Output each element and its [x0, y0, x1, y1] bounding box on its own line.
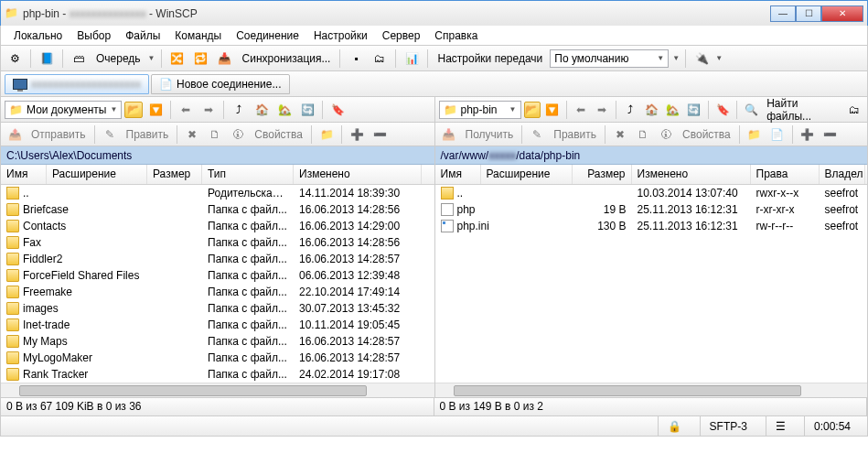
left-plus-icon[interactable]: ➕	[347, 124, 367, 145]
table-row[interactable]: FreemakeПапка с файл...22.10.2014 17:49:…	[1, 284, 434, 300]
terminal-icon[interactable]: ▪	[346, 49, 366, 69]
queue-dropdown[interactable]: ▼	[148, 54, 155, 62]
find-icon[interactable]: 🔍	[742, 100, 760, 120]
right-rows[interactable]: ..10.03.2014 13:07:40rwxr-x--xseefrotphp…	[435, 185, 868, 383]
right-edit-icon[interactable]: ✎	[527, 124, 547, 145]
sync-browse-icon[interactable]: 🔁	[191, 49, 211, 69]
table-row[interactable]: php.ini130 B25.11.2013 16:12:31rw-r--r--…	[435, 218, 868, 234]
sync-icon[interactable]: 📥	[215, 49, 235, 69]
right-edit-label[interactable]: Править	[550, 128, 600, 141]
left-newfolder-icon[interactable]: 📁	[316, 124, 337, 145]
left-del-icon[interactable]: ✖	[182, 124, 202, 145]
col-name[interactable]: Имя	[1, 165, 47, 184]
options-icon[interactable]	[5, 49, 25, 69]
table-row[interactable]: FaxПапка с файл...16.06.2013 14:28:56	[1, 234, 434, 251]
left-rows[interactable]: ..Родительская ...14.11.2014 18:39:30Bri…	[1, 185, 434, 383]
right-newfile-icon[interactable]: 📄	[767, 124, 788, 145]
right-bookmark-icon[interactable]: 🔖	[713, 100, 732, 120]
table-row[interactable]: My MapsПапка с файл...16.06.2013 14:28:5…	[1, 333, 434, 350]
menu-files[interactable]: Файлы	[118, 27, 167, 44]
table-row[interactable]: ContactsПапка с файл...16.06.2013 14:29:…	[1, 218, 434, 234]
right-minus-icon[interactable]: ➖	[820, 124, 841, 145]
menu-commands[interactable]: Команды	[167, 27, 229, 44]
left-edit-icon[interactable]: ✎	[100, 124, 120, 145]
right-props-icon[interactable]: 🛈	[656, 124, 676, 145]
menu-select[interactable]: Выбор	[70, 27, 118, 44]
right-extra-icon[interactable]: 🗂	[845, 100, 863, 120]
col-type[interactable]: Тип	[202, 165, 294, 184]
left-refresh-icon[interactable]: 🔄	[297, 100, 317, 120]
new-session-tab[interactable]: 📄 Новое соединение...	[151, 74, 290, 94]
col-rights[interactable]: Права	[751, 165, 820, 184]
table-row[interactable]: Rank TrackerПапка с файл...24.02.2014 19…	[1, 366, 434, 383]
right-filter-icon[interactable]: 🔽	[543, 100, 562, 120]
right-root-icon[interactable]: 🏠	[642, 100, 660, 120]
col-owner[interactable]: Владел	[820, 165, 865, 184]
col-ext[interactable]: Расширение	[481, 165, 573, 184]
queue-icon[interactable]: 🗃	[69, 49, 89, 69]
refresh-connection-icon[interactable]: 🔌	[691, 49, 712, 69]
transfer-preset-combo[interactable]: По умолчанию▼	[550, 49, 669, 68]
right-plus-icon[interactable]: ➕	[798, 124, 818, 145]
get-label[interactable]: Получить	[462, 128, 518, 141]
right-open-icon[interactable]: 📂	[524, 102, 541, 118]
sync-label[interactable]: Синхронизация...	[239, 52, 335, 65]
right-fwd-icon[interactable]: ➡	[593, 100, 611, 120]
right-props-label[interactable]: Свойства	[679, 128, 734, 141]
left-props-icon[interactable]: 🛈	[228, 124, 248, 145]
menu-settings[interactable]: Настройки	[306, 27, 375, 44]
table-row[interactable]: ForceField Shared FilesПапка с файл...06…	[1, 267, 434, 284]
right-hscroll[interactable]	[435, 383, 868, 397]
right-drive-combo[interactable]: 📁 php-bin ▼	[439, 101, 521, 119]
transfer-preset-more[interactable]: ▼	[672, 54, 680, 62]
calc-icon[interactable]: 📊	[402, 49, 422, 69]
right-refresh-icon[interactable]: 🔄	[685, 100, 703, 120]
table-row[interactable]: Fiddler2Папка с файл...16.06.2013 14:28:…	[1, 251, 434, 267]
left-back-icon[interactable]: ⬅	[176, 100, 196, 120]
menu-local[interactable]: Локально	[6, 27, 70, 44]
right-back-icon[interactable]: ⬅	[572, 100, 590, 120]
send-icon[interactable]: 📤	[5, 124, 25, 145]
book-icon[interactable]: 📘	[37, 49, 57, 69]
menu-help[interactable]: Справка	[427, 27, 485, 44]
session-tab-active[interactable]: xxxxxxxxxxxxxxxxxxxx	[5, 74, 149, 94]
col-size[interactable]: Размер	[573, 165, 632, 184]
left-open-icon[interactable]: 📂	[124, 102, 143, 118]
explorer-icon[interactable]: 🗂	[370, 49, 390, 69]
send-label[interactable]: Отправить	[27, 128, 90, 141]
left-ren-icon[interactable]: 🗋	[205, 124, 225, 145]
right-del-icon[interactable]: ✖	[610, 124, 630, 145]
left-minus-icon[interactable]: ➖	[370, 124, 390, 145]
find-label[interactable]: Найти файлы...	[763, 97, 842, 123]
right-ren-icon[interactable]: 🗋	[633, 124, 653, 145]
left-hscroll[interactable]	[1, 383, 434, 397]
left-drive-combo[interactable]: 📁 Мои документы ▼	[5, 101, 122, 119]
col-name[interactable]: Имя	[435, 165, 481, 184]
left-up-icon[interactable]: ⤴	[229, 100, 249, 120]
table-row[interactable]: ..10.03.2014 13:07:40rwxr-x--xseefrot	[435, 185, 868, 201]
table-row[interactable]: imagesПапка с файл...30.07.2013 13:45:32	[1, 300, 434, 317]
queue-label[interactable]: Очередь	[92, 52, 145, 65]
right-newfolder-icon[interactable]: 📁	[745, 124, 765, 145]
left-root-icon[interactable]: 🏠	[252, 100, 272, 120]
left-edit-label[interactable]: Править	[123, 128, 173, 141]
minimize-button[interactable]: —	[770, 5, 796, 22]
right-home-icon[interactable]: 🏡	[664, 100, 682, 120]
table-row[interactable]: php19 B25.11.2013 16:12:31r-xr-xr-xseefr…	[435, 201, 868, 218]
compare-icon[interactable]: 🔀	[167, 49, 188, 69]
table-row[interactable]: BriefcaseПапка с файл...16.06.2013 14:28…	[1, 201, 434, 218]
conn-more[interactable]: ▼	[715, 54, 723, 62]
maximize-button[interactable]: ☐	[796, 5, 821, 22]
col-modified[interactable]: Изменено	[632, 165, 751, 184]
close-button[interactable]: ✕	[821, 5, 863, 22]
left-home-icon[interactable]: 🏡	[274, 100, 295, 120]
table-row[interactable]: Inet-tradeПапка с файл...10.11.2014 19:0…	[1, 317, 434, 333]
table-row[interactable]: ..Родительская ...14.11.2014 18:39:30	[1, 185, 434, 201]
left-filter-icon[interactable]: 🔽	[145, 100, 166, 120]
right-up-icon[interactable]: ⤴	[621, 100, 639, 120]
col-modified[interactable]: Изменено	[294, 165, 422, 184]
get-icon[interactable]: 📥	[439, 124, 459, 145]
left-bookmark-icon[interactable]: 🔖	[327, 100, 348, 120]
col-ext[interactable]: Расширение	[47, 165, 147, 184]
menu-server[interactable]: Сервер	[375, 27, 428, 44]
